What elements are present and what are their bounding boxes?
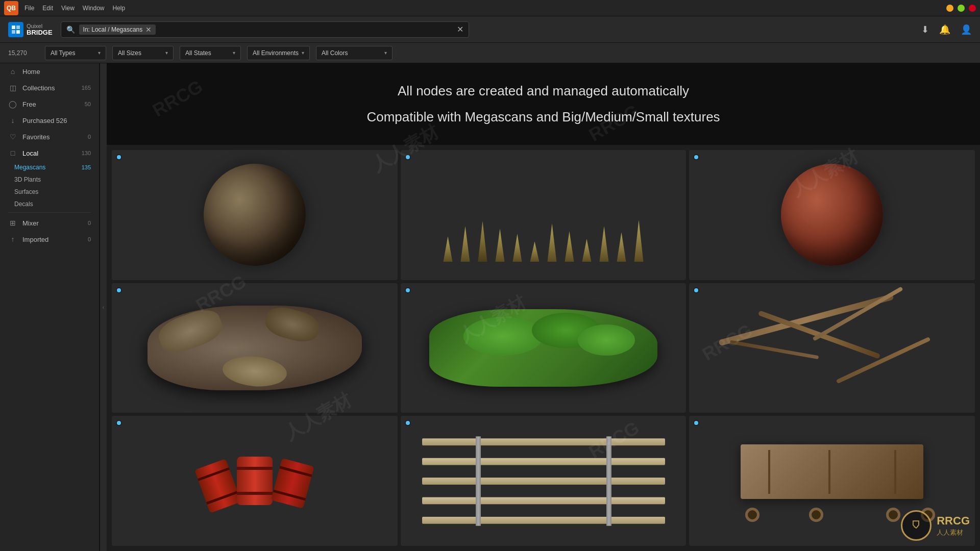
close-button[interactable] xyxy=(969,5,976,12)
cell-indicator-1 xyxy=(116,154,122,160)
rrcg-text-bottom: 人人素材 xyxy=(937,529,970,537)
asset-sphere-rust xyxy=(781,164,883,266)
rail-track-right xyxy=(606,436,611,526)
decals-label: Decals xyxy=(14,201,33,208)
app-logo-text: Quixel BRIDGE xyxy=(27,23,53,36)
rrcg-logo: ⛉ xyxy=(901,510,932,541)
sidebar-divider xyxy=(8,212,91,213)
rail-sleeper-2 xyxy=(422,458,665,465)
asset-debris-container xyxy=(148,306,362,390)
cell-indicator-3 xyxy=(693,154,699,160)
search-bar[interactable]: 🔍 In: Local / Megascans ✕ ✕ xyxy=(61,21,469,38)
barrel-3-band-1 xyxy=(279,466,312,477)
environments-label: All Environments xyxy=(253,49,299,57)
search-clear-button[interactable]: ✕ xyxy=(457,24,463,34)
barrel-1-band-2 xyxy=(206,491,238,505)
filter-types[interactable]: All Types ▾ xyxy=(45,46,106,60)
imported-icon: ↑ xyxy=(8,235,17,243)
sidebar-sub-3dplants[interactable]: 3D Plants xyxy=(14,173,99,186)
download-icon[interactable]: ⬇ xyxy=(921,24,929,35)
content-area: RRCG 人人素材 RRCG 人人素材 RRCG 人人素材 RRCG 人人素材 … xyxy=(107,63,980,551)
states-arrow-icon: ▾ xyxy=(233,50,235,56)
rrcg-text-block: RRCG 人人素材 xyxy=(937,514,970,537)
filter-bar: 15,270 All Types ▾ All Sizes ▾ All State… xyxy=(0,43,980,63)
mixer-count: 0 xyxy=(88,220,91,226)
asset-cell-debris[interactable] xyxy=(112,283,398,413)
asset-cell-sphere-mossy[interactable] xyxy=(112,150,398,280)
mixer-icon: ⊞ xyxy=(8,219,17,227)
cell-indicator-9 xyxy=(693,420,699,426)
sidebar-sub-megascans[interactable]: Megascans 135 xyxy=(14,161,99,173)
sidebar-item-favorites[interactable]: ♡ Favorites 0 xyxy=(0,129,99,145)
collapse-icon: ‹ xyxy=(103,305,104,310)
asset-cell-moss[interactable] xyxy=(401,283,687,413)
menu-edit[interactable]: Edit xyxy=(42,5,53,12)
sidebar-item-collections[interactable]: ◫ Collections 165 xyxy=(0,80,99,96)
barrel-2-band-1 xyxy=(237,467,273,470)
window-controls xyxy=(946,5,976,12)
sidebar-sub-decals[interactable]: Decals xyxy=(14,198,99,210)
sidebar-item-purchased[interactable]: ↓ Purchased 526 xyxy=(0,112,99,129)
filter-environments[interactable]: All Environments ▾ xyxy=(247,46,310,60)
sidebar-item-local[interactable]: □ Local 130 xyxy=(0,145,99,161)
types-arrow-icon: ▾ xyxy=(98,50,101,56)
asset-grid xyxy=(107,145,980,551)
imported-label: Imported xyxy=(22,236,83,243)
collections-count: 165 xyxy=(82,85,91,91)
menu-help[interactable]: Help xyxy=(113,5,126,12)
app-icon: QB xyxy=(4,1,18,15)
minimize-button[interactable] xyxy=(946,5,953,12)
sidebar-item-home[interactable]: ⌂ Home xyxy=(0,63,99,80)
sidebar-item-imported[interactable]: ↑ Imported 0 xyxy=(0,231,99,247)
sidebar-item-mixer[interactable]: ⊞ Mixer 0 xyxy=(0,215,99,231)
filter-sizes[interactable]: All Sizes ▾ xyxy=(112,46,174,60)
cart-body xyxy=(741,444,923,499)
free-label: Free xyxy=(22,101,80,108)
asset-rails xyxy=(422,436,665,526)
search-icon: 🔍 xyxy=(66,26,75,34)
sidebar-item-free[interactable]: ◯ Free 50 xyxy=(0,96,99,112)
sizes-arrow-icon: ▾ xyxy=(165,50,168,56)
purchased-icon: ↓ xyxy=(8,116,17,124)
menu-view[interactable]: View xyxy=(61,5,75,12)
megascans-count: 135 xyxy=(82,164,91,170)
user-icon[interactable]: 👤 xyxy=(961,24,972,35)
sidebar-sub-surfaces[interactable]: Surfaces xyxy=(14,186,99,198)
rail-sleeper-3 xyxy=(422,478,665,485)
moss-bump-1 xyxy=(463,317,544,356)
asset-cell-rails[interactable] xyxy=(401,416,687,546)
types-label: All Types xyxy=(51,49,75,57)
moss-bump-3 xyxy=(578,324,635,356)
asset-branches xyxy=(703,296,961,400)
sidebar-sub-items: Megascans 135 3D Plants Surfaces Decals xyxy=(0,161,99,210)
menu-file[interactable]: File xyxy=(24,5,34,12)
asset-cell-barrels[interactable] xyxy=(112,416,398,546)
bell-icon[interactable]: 🔔 xyxy=(939,24,950,35)
maximize-button[interactable] xyxy=(958,5,965,12)
barrel-1-band-1 xyxy=(198,467,230,481)
asset-cell-sphere-rust[interactable] xyxy=(689,150,975,280)
cell-indicator-4 xyxy=(116,287,122,293)
filter-states[interactable]: All States ▾ xyxy=(180,46,241,60)
asset-cell-branches[interactable] xyxy=(689,283,975,413)
barrel-1 xyxy=(194,459,241,513)
sidebar-collapse-button[interactable]: ‹ xyxy=(100,63,107,551)
cart-wheel-3 xyxy=(886,508,900,522)
asset-sphere-mossy xyxy=(204,164,306,266)
asset-cell-grass[interactable] xyxy=(401,150,687,280)
favorites-icon: ♡ xyxy=(8,133,17,141)
3dplants-label: 3D Plants xyxy=(14,176,41,183)
rail-sleeper-4 xyxy=(422,497,665,504)
asset-moss-terrain xyxy=(429,309,658,387)
cell-indicator-8 xyxy=(405,420,411,426)
bridge-logo-icon xyxy=(8,22,23,37)
search-tag-close-button[interactable]: ✕ xyxy=(145,26,152,34)
quixel-label: Quixel xyxy=(27,23,53,29)
asset-barrels xyxy=(133,432,376,530)
bridge-icon-svg xyxy=(11,24,21,35)
purchased-label: Purchased 526 xyxy=(22,117,91,124)
menu-window[interactable]: Window xyxy=(83,5,105,12)
collections-label: Collections xyxy=(22,84,77,92)
filter-colors[interactable]: All Colors ▾ xyxy=(316,46,393,60)
barrel-3 xyxy=(271,458,314,509)
